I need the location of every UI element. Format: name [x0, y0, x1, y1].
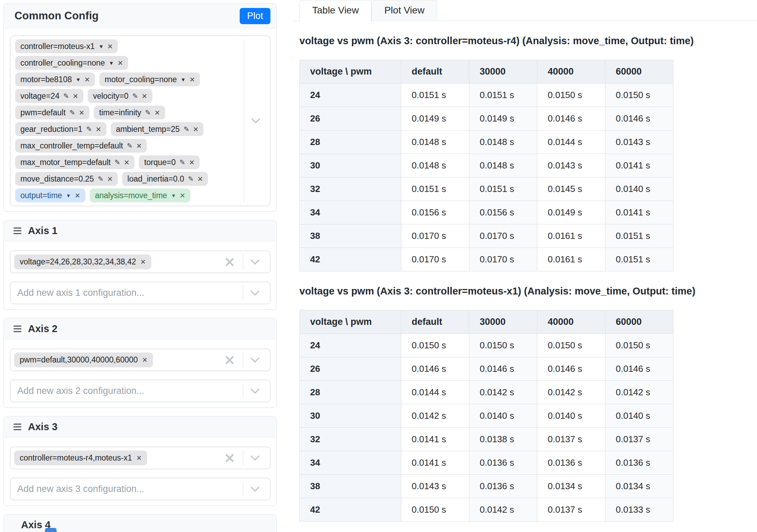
config-tag[interactable]: max_controller_temp=default✎× — [15, 139, 147, 153]
dropdown-caret-icon[interactable]: ▼ — [66, 193, 71, 199]
table-cell: 34 — [300, 451, 401, 475]
config-tag[interactable]: motor=be8108▼× — [15, 72, 95, 86]
axis-config-chip[interactable]: voltage=24,26,28,30,32,34,38,42× — [14, 254, 151, 269]
remove-icon[interactable]: × — [136, 141, 142, 150]
table-col-header: default — [401, 60, 469, 84]
config-tag[interactable]: max_motor_temp=default✎× — [15, 155, 134, 169]
remove-icon[interactable]: × — [107, 174, 113, 183]
table-cell: 0.0146 s — [605, 357, 673, 381]
dropdown-caret-icon[interactable]: ▼ — [181, 77, 186, 83]
chevron-down-icon[interactable] — [251, 355, 259, 363]
chevron-down-icon[interactable] — [251, 288, 259, 296]
add-config-placeholder: Add new axis 2 configuration... — [14, 386, 144, 396]
remove-icon[interactable]: × — [107, 42, 113, 51]
remove-icon[interactable]: × — [193, 125, 198, 134]
axis-3-config-select[interactable]: controller=moteus-r4,moteus-x1× — [10, 447, 270, 469]
config-tag[interactable]: motor_cooling=none▼× — [99, 72, 200, 86]
common-config-tagbox[interactable]: controller=moteus-x1▼×controller_cooling… — [10, 36, 270, 206]
config-tag[interactable]: torque=0✎× — [139, 155, 199, 169]
edit-icon[interactable]: ✎ — [188, 175, 194, 183]
dropdown-caret-icon[interactable]: ▼ — [76, 77, 81, 83]
edit-icon[interactable]: ✎ — [183, 125, 189, 133]
axis-1-config-select[interactable]: voltage=24,26,28,30,32,34,38,42× — [10, 251, 270, 273]
table-row: 380.0170 s0.0170 s0.0161 s0.0151 s — [300, 224, 673, 248]
edit-icon[interactable]: ✎ — [86, 125, 92, 133]
tab-plot-view[interactable]: Plot View — [372, 0, 437, 21]
edit-icon[interactable]: ✎ — [180, 158, 185, 166]
dropdown-caret-icon[interactable]: ▼ — [98, 43, 104, 49]
remove-icon[interactable]: × — [75, 191, 80, 200]
table-cell: 0.0146 s — [537, 357, 605, 381]
axis-config-chip[interactable]: controller=moteus-r4,moteus-x1× — [14, 451, 147, 465]
axis-1-add-input[interactable]: Add new axis 1 configuration... — [10, 282, 270, 304]
config-tag[interactable]: controller=moteus-x1▼× — [15, 39, 118, 53]
table-cell: 0.0150 s — [469, 334, 537, 357]
drag-handle-icon[interactable] — [13, 424, 21, 430]
table-row: 420.0150 s0.0142 s0.0137 s0.0133 s — [300, 498, 673, 522]
remove-icon[interactable]: × — [79, 108, 84, 117]
config-tag-row: max_motor_temp=default✎×torque=0✎× — [15, 155, 232, 169]
edit-icon[interactable]: ✎ — [132, 92, 138, 100]
table-title: voltage vs pwm (Axis 3: controller=moteu… — [299, 35, 757, 47]
config-tag[interactable]: output=time▼× — [15, 188, 85, 202]
config-tag[interactable]: time=infinity✎× — [94, 106, 165, 119]
table-cell: 0.0161 s — [537, 224, 605, 248]
config-tag[interactable]: load_inertia=0.0✎× — [122, 172, 208, 186]
config-tag[interactable]: move_distance=0.25✎× — [15, 172, 118, 186]
remove-icon[interactable]: × — [198, 174, 203, 183]
chevron-down-icon[interactable] — [251, 257, 259, 265]
clear-icon[interactable] — [225, 355, 234, 365]
drag-handle-icon[interactable] — [13, 326, 21, 332]
chevron-down-icon[interactable] — [251, 453, 259, 461]
axis-config-chip[interactable]: pwm=default,30000,40000,60000× — [14, 352, 153, 367]
edit-icon[interactable]: ✎ — [127, 142, 133, 150]
plot-button[interactable]: Plot — [240, 8, 270, 24]
remove-icon[interactable]: × — [118, 58, 123, 67]
axis-2-config-select[interactable]: pwm=default,30000,40000,60000× — [10, 349, 270, 371]
remove-icon[interactable]: × — [180, 191, 185, 200]
config-tag[interactable]: pwm=default✎× — [15, 106, 89, 119]
tab-table-view[interactable]: Table View — [299, 0, 372, 21]
dropdown-caret-icon[interactable]: ▼ — [171, 193, 176, 199]
edit-icon[interactable]: ✎ — [145, 108, 151, 117]
config-tag[interactable]: velocity=0✎× — [88, 89, 152, 103]
config-tag[interactable]: ambient_temp=25✎× — [111, 122, 204, 136]
remove-icon[interactable]: × — [142, 356, 147, 364]
config-tag[interactable]: voltage=24✎× — [15, 89, 83, 103]
table-block-1: voltage vs pwm (Axis 3: controller=moteu… — [294, 35, 757, 271]
axis-3-add-input[interactable]: Add new axis 3 configuration... — [10, 478, 270, 500]
remove-icon[interactable]: × — [124, 158, 129, 167]
config-tag[interactable]: controller_cooling=none▼× — [15, 56, 128, 70]
table-cell: 0.0136 s — [469, 451, 537, 475]
remove-icon[interactable]: × — [142, 91, 147, 100]
remove-icon[interactable]: × — [189, 158, 194, 167]
remove-icon[interactable]: × — [155, 108, 160, 117]
edit-icon[interactable]: ✎ — [63, 92, 69, 100]
axis-2-add-input[interactable]: Add new axis 2 configuration... — [10, 380, 270, 402]
config-tag[interactable]: analysis=move_time▼× — [90, 188, 190, 202]
config-tag[interactable]: gear_reduction=1✎× — [15, 122, 106, 136]
remove-icon[interactable]: × — [85, 75, 90, 84]
chevron-down-icon[interactable] — [251, 386, 259, 394]
results-panel: Table ViewPlot View voltage vs pwm (Axis… — [294, 0, 757, 522]
remove-icon[interactable]: × — [190, 75, 195, 84]
edit-icon[interactable]: ✎ — [98, 175, 104, 183]
clear-icon[interactable] — [225, 257, 234, 267]
remove-icon[interactable]: × — [73, 91, 78, 100]
drag-handle-icon[interactable] — [13, 228, 21, 234]
remove-icon[interactable]: × — [141, 258, 146, 266]
table-cell: 0.0144 s — [537, 130, 605, 154]
remove-icon[interactable]: × — [96, 125, 101, 134]
axis-1-body: voltage=24,26,28,30,32,34,38,42×Add new … — [4, 241, 276, 309]
edit-icon[interactable]: ✎ — [69, 108, 75, 117]
config-panel: Common Config Plot controller=moteus-x1▼… — [3, 3, 277, 532]
results-table: voltage \ pwmdefault300004000060000240.0… — [299, 60, 673, 271]
table-title: voltage vs pwm (Axis 3: controller=moteu… — [299, 286, 757, 297]
edit-icon[interactable]: ✎ — [114, 158, 120, 166]
axis-config-chip-label: pwm=default,30000,40000,60000 — [20, 355, 138, 365]
remove-icon[interactable]: × — [136, 454, 142, 462]
dropdown-caret-icon[interactable]: ▼ — [109, 60, 114, 66]
chevron-down-icon[interactable] — [251, 484, 259, 492]
chevron-down-icon[interactable] — [251, 116, 260, 124]
clear-icon[interactable] — [225, 453, 234, 463]
